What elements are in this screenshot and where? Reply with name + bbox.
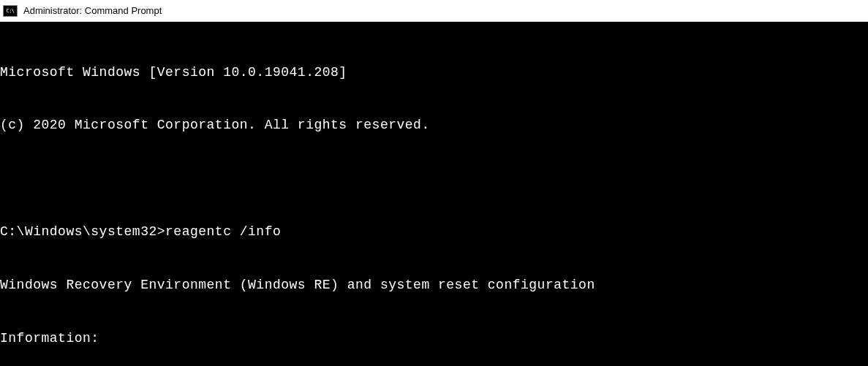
window-title: Administrator: Command Prompt (23, 5, 162, 16)
terminal-output[interactable]: Microsoft Windows [Version 10.0.19041.20… (0, 22, 868, 366)
window-titlebar[interactable]: C:\ Administrator: Command Prompt (0, 0, 868, 22)
os-version-line: Microsoft Windows [Version 10.0.19041.20… (0, 64, 868, 81)
cmd-icon: C:\ (3, 5, 18, 17)
copyright-line: (c) 2020 Microsoft Corporation. All righ… (0, 116, 868, 134)
output-information-label: Information: (0, 329, 868, 347)
blank-line (0, 169, 868, 187)
prompt-command-1: C:\Windows\system32>reagentc /info (0, 223, 868, 240)
output-header-line: Windows Recovery Environment (Windows RE… (0, 276, 868, 294)
